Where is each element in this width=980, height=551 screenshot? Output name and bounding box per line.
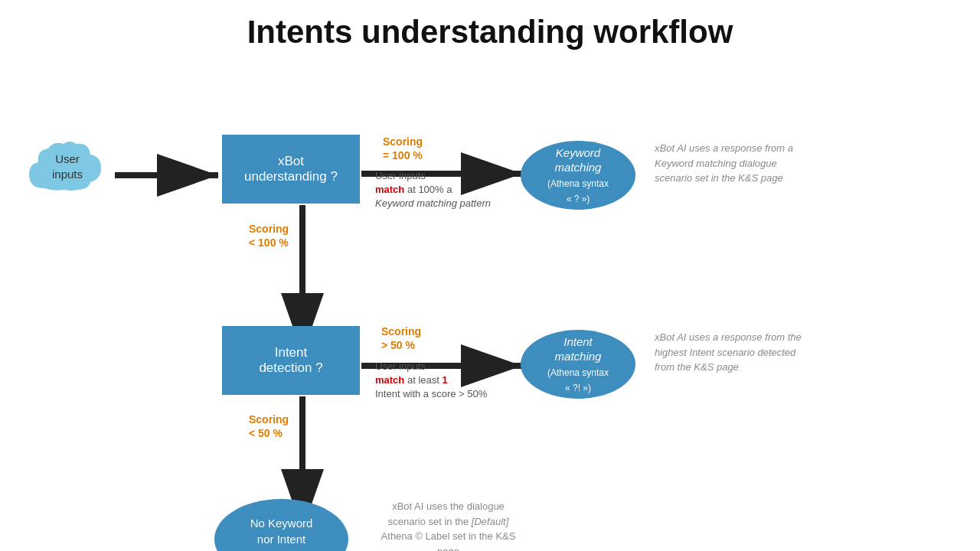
arrow-cloud-to-xbot bbox=[115, 164, 226, 190]
arrow-intent-to-nokeyword bbox=[279, 396, 325, 510]
keyword-matching-oval: Keyword matching (Athena syntax « ? ») bbox=[521, 141, 635, 210]
desc-keyword: xBot AI uses a response from a Keyword m… bbox=[655, 141, 808, 186]
scoring-gt50-label: Scoring > 50 % bbox=[381, 324, 421, 352]
intent-matching-oval: Intent matching (Athena syntax « ?! ») bbox=[521, 330, 635, 399]
match-text-1: User inputs match at 100% a Keyword matc… bbox=[375, 169, 494, 211]
intent-detection-box: Intent detection ? bbox=[222, 326, 360, 395]
match-text-2: User inputs match at least 1 Intent with… bbox=[375, 360, 501, 402]
xbot-understanding-box: xBot understanding ? bbox=[222, 135, 360, 204]
scoring-100-label: Scoring = 100 % bbox=[383, 135, 423, 162]
diagram-area: User inputs xBot understanding ? Scoring… bbox=[0, 58, 980, 551]
arrow-xbot-to-intent bbox=[279, 205, 325, 334]
user-inputs-label: User inputs bbox=[21, 152, 113, 181]
desc-nokeyword: xBot AI uses the dialogue scenario set i… bbox=[374, 499, 523, 551]
page-title: Intents understanding workflow bbox=[0, 0, 980, 58]
desc-intent: xBot AI uses a response from the highest… bbox=[655, 330, 808, 375]
nokeyword-oval: No Keyword nor Intent detected bbox=[214, 499, 348, 551]
user-inputs-cloud: User inputs bbox=[21, 135, 113, 204]
